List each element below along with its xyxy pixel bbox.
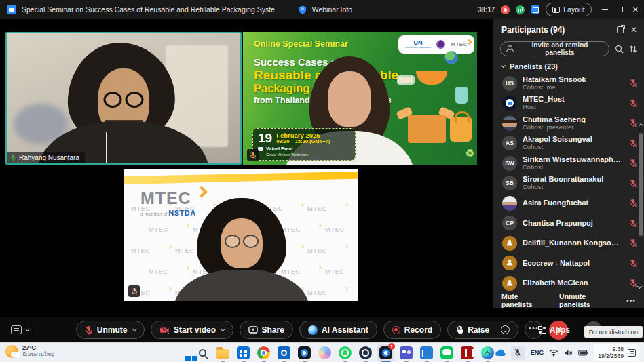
close-button[interactable]: ✕ [632,6,639,13]
muted-mic-overlay [128,285,140,297]
chevron-down-icon[interactable] [221,327,225,331]
weather-widget[interactable]: 27°C มีเมฆส่วนใหญ่ [5,345,54,358]
weather-icon [5,345,18,358]
clock-widget[interactable]: 9:38 19/2/2569 [594,344,640,361]
acrobat-icon[interactable] [459,344,476,361]
tray-mic-muted-icon[interactable] [511,346,525,360]
apps-button[interactable]: Apps [534,325,574,336]
meeting-timer: 38:17 [478,6,495,14]
muted-mic-icon[interactable] [630,99,637,108]
language-indicator[interactable]: ENG [531,349,544,356]
reactions-icon[interactable] [501,325,510,334]
microsoft-store-icon[interactable] [235,344,252,361]
chrome-icon[interactable] [255,344,272,361]
poster-date-badge: 19 February 2026 09:30 – 15:20 (GMT+7) V… [252,128,356,161]
muted-mic-icon[interactable] [630,179,637,188]
line-icon[interactable] [438,344,455,361]
zoom-window: Special Seminar on Success Cases of Reus… [0,0,644,362]
mail-icon[interactable] [418,344,435,361]
recording-indicator-icon[interactable] [501,5,510,14]
search-icon[interactable] [615,45,624,54]
invite-panelists-button[interactable]: Invite and remind panelists [500,41,609,56]
onedrive-icon[interactable] [495,349,506,357]
muted-mic-icon[interactable] [630,259,637,268]
popout-icon[interactable] [617,26,624,33]
close-panel-icon[interactable]: ✕ [630,26,637,33]
video-tile-rahyang[interactable]: Rahyang Nusantara [5,32,242,165]
sort-icon[interactable] [629,45,637,54]
muted-mic-icon[interactable] [630,79,637,87]
poster-logos: UN environment programme MTEC [398,35,474,54]
participant-row[interactable]: Elizabeth McClean [493,273,644,294]
maximize-button[interactable] [618,7,623,12]
layout-button[interactable]: Layout [546,3,592,16]
mute-panelists-button[interactable]: Mute panelists [501,292,548,308]
alarms-clock-icon[interactable] [357,344,374,361]
avatar: SW [502,156,517,171]
avatar [502,276,517,291]
battery-icon[interactable] [578,350,588,356]
partner-logo [436,40,445,49]
captions-chevron-icon[interactable] [25,326,30,331]
muted-mic-icon[interactable] [630,159,637,167]
muted-mic-icon[interactable] [630,219,637,228]
muted-mic-icon[interactable] [630,239,637,247]
minimize-button[interactable] [602,9,608,10]
participant-name: Delifill_Kunanon Kongsomwach [523,239,624,247]
unmute-button[interactable]: Unmute [76,321,145,339]
muted-mic-icon[interactable] [630,199,637,207]
record-button[interactable]: Record [383,321,441,339]
participant-row[interactable]: Chutima Saeheng Cohost, presenter [493,113,644,134]
wifi-icon[interactable] [549,349,558,357]
person-icon [506,258,514,268]
panel-more-button[interactable]: ••• [626,296,636,304]
participant-row[interactable]: Ecocrew - Nattapol [493,254,644,274]
muted-mic-icon[interactable] [630,279,637,287]
glasses-decor [225,235,259,248]
file-explorer-icon[interactable] [214,344,231,361]
unmute-panelists-button[interactable]: Unmute panelists [559,292,615,308]
copilot-icon[interactable] [316,344,333,361]
muted-mic-icon[interactable] [630,119,637,127]
participant-row[interactable]: Asira Fuongfuchat [493,193,644,214]
whatsapp-icon[interactable] [337,344,354,361]
tray-expand-icon[interactable] [484,350,489,356]
participants-title: Participants (94) [501,25,610,35]
avatar [502,236,517,251]
webinar-info-button[interactable]: Webinar Info [312,5,352,14]
participant-row[interactable]: SW Sirikarn Wisetsuwannaphum Cohost [493,153,644,174]
participant-row[interactable]: SB Sirorat Boonrattanakul Cohost [493,174,644,194]
zoom-icon[interactable] [296,344,313,361]
muted-mic-icon[interactable] [630,139,637,148]
participant-row[interactable]: MTEC_Host Host [493,94,644,114]
video-tile-poster[interactable]: UN environment programme MTEC Online Spe… [243,32,477,165]
un-logo: UN environment programme [405,40,431,49]
participant-row[interactable]: CP Chantisa Prapunpoj [493,214,644,234]
captions-icon[interactable] [11,325,22,334]
start-video-button[interactable]: Start video [151,321,233,339]
participant-row[interactable]: HS Hataikarn Srisook Cohost, me [493,73,644,94]
chevron-down-icon[interactable] [132,327,136,331]
teams-icon[interactable] [398,344,415,361]
raise-hand-button[interactable]: Raise [447,321,518,339]
panelists-group-header[interactable]: Panelists (23) [493,60,644,73]
notification-center-icon[interactable] [628,349,636,357]
share-button[interactable]: Share [240,321,293,339]
notification-badge: 1 [388,343,395,350]
participant-row[interactable]: AS Akrapol Soisungval Cohost [493,134,644,154]
avatar: HS [502,76,517,91]
video-tile-mtec[interactable]: MTECMTECMTECMTECMTECMTECMTECMTECMTECMTEC… [124,169,358,301]
scrollbar-thumb[interactable] [639,133,643,236]
new-feature-icon[interactable] [531,5,539,14]
participant-row[interactable]: Delifill_Kunanon Kongsomwach [493,233,644,254]
connection-quality-icon[interactable] [516,5,525,14]
volume-muted-icon[interactable] [564,349,573,357]
avatar: SB [502,176,517,190]
mic-on-icon [10,154,16,161]
camera-off-icon [159,326,170,334]
outlook-icon[interactable] [276,344,292,361]
search-icon[interactable] [194,344,211,361]
zoom-active-icon[interactable]: 1 [377,344,394,361]
ai-assistant-button[interactable]: AI Assistant [299,321,377,339]
start-icon[interactable] [174,344,191,361]
